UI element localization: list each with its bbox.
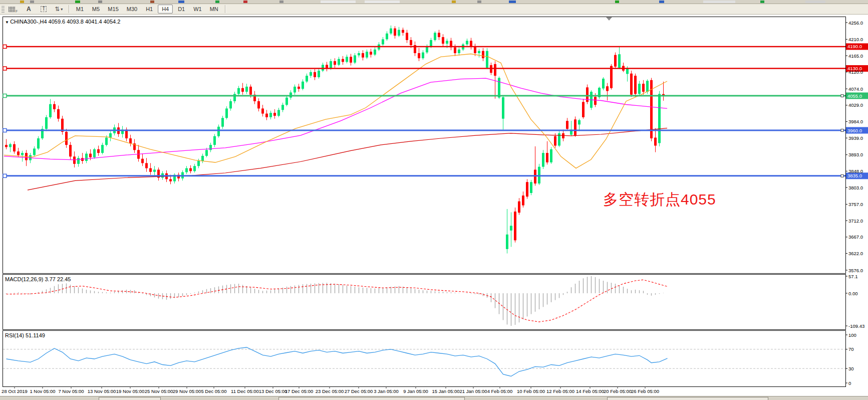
bottom-panel-partial xyxy=(0,396,868,400)
toolbar-separator xyxy=(69,5,69,13)
rsi-scale-label: 70 xyxy=(848,346,854,352)
timeframe-w1-button[interactable]: W1 xyxy=(190,5,205,14)
candlestick xyxy=(402,30,404,33)
hline-right-handle xyxy=(841,129,843,132)
timeframe-d1-button[interactable]: D1 xyxy=(174,5,189,14)
candlestick xyxy=(65,132,68,145)
timeframe-h4-button[interactable]: H4 xyxy=(158,5,173,14)
time-label: 1 Nov 05:00 xyxy=(30,388,55,394)
candlestick xyxy=(454,47,456,53)
price-tick-label: 4210.0 xyxy=(848,37,863,42)
candlestick xyxy=(257,101,260,109)
hline-right-handle xyxy=(841,174,843,177)
candlestick xyxy=(522,195,524,206)
hline-handle[interactable] xyxy=(3,67,7,70)
candlestick xyxy=(273,113,276,116)
letter-a-icon: A xyxy=(27,6,31,13)
candlestick xyxy=(73,156,76,164)
hline-handle[interactable] xyxy=(3,129,7,132)
candlestick xyxy=(201,156,204,161)
timeframe-m1-button[interactable]: M1 xyxy=(72,5,87,14)
hline-handle[interactable] xyxy=(3,45,7,48)
timeframe-m15-button[interactable]: M15 xyxy=(104,5,122,14)
candlestick xyxy=(354,55,356,63)
candlestick xyxy=(446,41,448,44)
time-label: 17 Dec 05:00 xyxy=(285,388,314,394)
timeframe-h1-button[interactable]: H1 xyxy=(142,5,157,14)
candlestick xyxy=(217,127,220,136)
price-tick-label: 4120.0 xyxy=(848,69,863,75)
toolbar-grip[interactable] xyxy=(1,6,5,13)
candlestick xyxy=(141,159,144,163)
price-badge-text: 3960.0 xyxy=(847,128,862,133)
toolbar-icon-fragment xyxy=(760,1,764,3)
candlestick xyxy=(606,86,609,91)
rsi-scale-label: 30 xyxy=(848,366,854,371)
upper-toolbar-partial xyxy=(0,0,868,4)
candlestick xyxy=(205,150,208,156)
candlestick xyxy=(197,161,200,166)
time-label: 21 Jan 05:00 xyxy=(460,388,487,394)
candlestick xyxy=(374,50,376,55)
candlestick xyxy=(626,69,629,74)
macd-indicator-label: MACD(12,26,9) 3.77 22.45 xyxy=(5,276,71,282)
rsi-scale-label: 100 xyxy=(848,332,856,338)
candlestick xyxy=(37,138,40,148)
candlestick xyxy=(350,57,352,63)
hline-handle[interactable] xyxy=(3,174,7,177)
candlestick xyxy=(294,87,296,93)
candlestick xyxy=(382,39,384,44)
candlestick xyxy=(89,154,92,157)
candlestick xyxy=(578,120,581,125)
text-tool-button[interactable]: T xyxy=(37,5,51,14)
toolbar-icon-fragment xyxy=(659,1,664,3)
time-label: 13 Nov 05:00 xyxy=(88,388,116,394)
bottom-tab-partial xyxy=(99,397,161,400)
hline-handle[interactable] xyxy=(3,94,7,98)
candlestick xyxy=(494,64,496,76)
text-annotation[interactable]: 多空转折点4055 xyxy=(603,189,716,210)
arrow-tool-button[interactable]: A xyxy=(22,5,36,14)
candlestick xyxy=(346,57,348,62)
candlestick xyxy=(149,168,152,172)
toolbar-separator xyxy=(225,5,225,13)
crosshair-grid-icon[interactable]: F xyxy=(6,5,21,14)
candlestick xyxy=(366,52,368,58)
candlestick xyxy=(145,163,148,168)
candlestick xyxy=(33,148,36,155)
time-label: 9 Jan 05:00 xyxy=(403,388,428,394)
macd-scale-label: -109.43 xyxy=(848,323,864,329)
time-label: 27 Dec 05:00 xyxy=(345,388,373,394)
candlestick xyxy=(101,145,104,153)
candlestick xyxy=(338,59,340,65)
timeframe-m30-button[interactable]: M30 xyxy=(123,5,141,14)
candlestick xyxy=(518,202,520,213)
time-label: 11 Dec 05:00 xyxy=(231,388,259,394)
timeframe-group: M1M5M15M30H1H4D1W1MN xyxy=(72,5,222,14)
chevron-down-icon: ▾ xyxy=(61,7,63,12)
price-badge-text: 4190.0 xyxy=(847,44,862,49)
candlestick xyxy=(390,29,392,34)
candlestick xyxy=(554,136,556,146)
candlestick xyxy=(434,33,436,40)
candlestick xyxy=(642,84,645,92)
macd-scale-label: 57.1 xyxy=(848,274,858,279)
candlestick xyxy=(302,82,304,89)
candlestick xyxy=(306,76,308,82)
candlestick xyxy=(438,33,440,37)
candlestick xyxy=(386,34,388,40)
candlestick xyxy=(13,144,16,152)
toolbar-icon-fragment xyxy=(215,1,219,3)
candlestick xyxy=(57,109,60,119)
candlestick xyxy=(574,119,576,135)
candlestick xyxy=(318,71,320,77)
objects-button[interactable]: ⇅ ▾ xyxy=(52,5,66,14)
timeframe-m5-button[interactable]: M5 xyxy=(88,5,103,14)
candlestick xyxy=(510,226,512,230)
timeframe-mn-button[interactable]: MN xyxy=(206,5,222,14)
candlestick xyxy=(506,235,508,249)
toolbar-icon-fragment xyxy=(452,1,456,3)
candlestick xyxy=(285,98,288,105)
candlestick xyxy=(241,88,244,92)
candlestick xyxy=(546,153,548,162)
